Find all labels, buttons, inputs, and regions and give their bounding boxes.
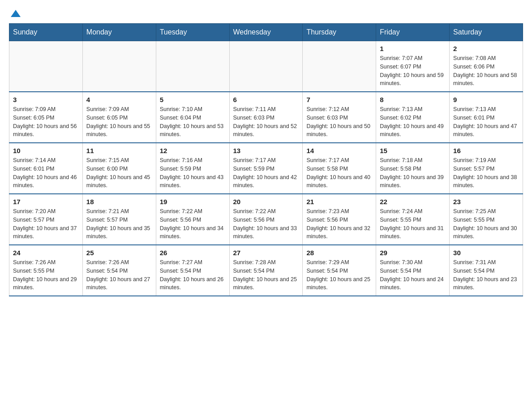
day-number: 20 <box>233 198 299 206</box>
day-number: 21 <box>306 198 372 206</box>
day-info: Sunrise: 7:29 AMSunset: 5:54 PMDaylight:… <box>306 258 372 292</box>
day-info: Sunrise: 7:22 AMSunset: 5:56 PMDaylight:… <box>233 207 299 241</box>
calendar-cell: 21Sunrise: 7:23 AMSunset: 5:56 PMDayligh… <box>303 194 376 245</box>
day-info: Sunrise: 7:25 AMSunset: 5:55 PMDaylight:… <box>453 207 519 241</box>
day-number: 30 <box>453 249 519 257</box>
day-info: Sunrise: 7:17 AMSunset: 5:58 PMDaylight:… <box>306 156 372 190</box>
calendar-cell: 25Sunrise: 7:26 AMSunset: 5:54 PMDayligh… <box>82 245 156 296</box>
day-info: Sunrise: 7:10 AMSunset: 6:04 PMDaylight:… <box>160 105 226 139</box>
day-info: Sunrise: 7:11 AMSunset: 6:03 PMDaylight:… <box>233 105 299 139</box>
day-number: 23 <box>453 198 519 206</box>
day-number: 13 <box>233 147 299 154</box>
day-info: Sunrise: 7:24 AMSunset: 5:55 PMDaylight:… <box>380 207 446 241</box>
day-number: 25 <box>86 249 152 257</box>
day-number: 9 <box>453 96 519 103</box>
calendar-cell: 1Sunrise: 7:07 AMSunset: 6:07 PMDaylight… <box>376 41 450 92</box>
day-info: Sunrise: 7:09 AMSunset: 6:05 PMDaylight:… <box>86 105 152 139</box>
day-info: Sunrise: 7:16 AMSunset: 5:59 PMDaylight:… <box>160 156 226 190</box>
calendar-cell: 15Sunrise: 7:18 AMSunset: 5:58 PMDayligh… <box>376 143 450 194</box>
calendar-cell: 2Sunrise: 7:08 AMSunset: 6:06 PMDaylight… <box>450 41 523 92</box>
weekday-header-monday: Monday <box>82 24 156 41</box>
calendar-cell: 29Sunrise: 7:30 AMSunset: 5:54 PMDayligh… <box>376 245 450 296</box>
calendar-cell <box>303 41 376 92</box>
day-number: 19 <box>160 198 226 206</box>
calendar-cell: 17Sunrise: 7:20 AMSunset: 5:57 PMDayligh… <box>9 194 83 245</box>
calendar-cell: 11Sunrise: 7:15 AMSunset: 6:00 PMDayligh… <box>82 143 156 194</box>
calendar-cell <box>229 41 303 92</box>
day-info: Sunrise: 7:31 AMSunset: 5:54 PMDaylight:… <box>453 258 519 292</box>
calendar-cell: 23Sunrise: 7:25 AMSunset: 5:55 PMDayligh… <box>450 194 523 245</box>
svg-marker-0 <box>11 10 21 17</box>
day-number: 12 <box>160 147 226 154</box>
weekday-header-tuesday: Tuesday <box>156 24 229 41</box>
calendar-cell: 8Sunrise: 7:13 AMSunset: 6:02 PMDaylight… <box>376 92 450 143</box>
logo <box>9 9 21 19</box>
calendar-cell: 13Sunrise: 7:17 AMSunset: 5:59 PMDayligh… <box>229 143 303 194</box>
calendar-cell: 28Sunrise: 7:29 AMSunset: 5:54 PMDayligh… <box>303 245 376 296</box>
day-info: Sunrise: 7:23 AMSunset: 5:56 PMDaylight:… <box>306 207 372 241</box>
calendar-cell: 24Sunrise: 7:26 AMSunset: 5:55 PMDayligh… <box>9 245 83 296</box>
day-info: Sunrise: 7:26 AMSunset: 5:55 PMDaylight:… <box>13 258 79 292</box>
day-number: 15 <box>380 147 446 154</box>
calendar-cell: 19Sunrise: 7:22 AMSunset: 5:56 PMDayligh… <box>156 194 229 245</box>
day-info: Sunrise: 7:17 AMSunset: 5:59 PMDaylight:… <box>233 156 299 190</box>
day-number: 2 <box>453 45 519 52</box>
day-number: 1 <box>380 45 446 52</box>
calendar-cell: 22Sunrise: 7:24 AMSunset: 5:55 PMDayligh… <box>376 194 450 245</box>
calendar-cell: 20Sunrise: 7:22 AMSunset: 5:56 PMDayligh… <box>229 194 303 245</box>
day-number: 24 <box>13 249 79 257</box>
day-number: 7 <box>306 96 372 103</box>
calendar-cell <box>82 41 156 92</box>
day-info: Sunrise: 7:14 AMSunset: 6:01 PMDaylight:… <box>13 156 79 190</box>
calendar-week-row: 1Sunrise: 7:07 AMSunset: 6:07 PMDaylight… <box>9 41 523 92</box>
day-number: 28 <box>306 249 372 257</box>
day-info: Sunrise: 7:13 AMSunset: 6:02 PMDaylight:… <box>380 105 446 139</box>
day-number: 22 <box>380 198 446 206</box>
calendar-cell: 14Sunrise: 7:17 AMSunset: 5:58 PMDayligh… <box>303 143 376 194</box>
day-number: 11 <box>86 147 152 154</box>
page-header <box>9 9 523 19</box>
day-info: Sunrise: 7:30 AMSunset: 5:54 PMDaylight:… <box>380 258 446 292</box>
day-number: 17 <box>13 198 79 206</box>
day-info: Sunrise: 7:22 AMSunset: 5:56 PMDaylight:… <box>160 207 226 241</box>
logo-triangle-icon <box>11 9 21 18</box>
calendar-week-row: 24Sunrise: 7:26 AMSunset: 5:55 PMDayligh… <box>9 245 523 296</box>
calendar-cell: 16Sunrise: 7:19 AMSunset: 5:57 PMDayligh… <box>450 143 523 194</box>
day-info: Sunrise: 7:28 AMSunset: 5:54 PMDaylight:… <box>233 258 299 292</box>
day-info: Sunrise: 7:20 AMSunset: 5:57 PMDaylight:… <box>13 207 79 241</box>
calendar-table: SundayMondayTuesdayWednesdayThursdayFrid… <box>9 23 523 296</box>
day-info: Sunrise: 7:13 AMSunset: 6:01 PMDaylight:… <box>453 105 519 139</box>
weekday-header-wednesday: Wednesday <box>229 24 303 41</box>
calendar-cell: 3Sunrise: 7:09 AMSunset: 6:05 PMDaylight… <box>9 92 83 143</box>
day-info: Sunrise: 7:15 AMSunset: 6:00 PMDaylight:… <box>86 156 152 190</box>
day-number: 4 <box>86 96 152 103</box>
day-number: 27 <box>233 249 299 257</box>
day-info: Sunrise: 7:09 AMSunset: 6:05 PMDaylight:… <box>13 105 79 139</box>
calendar-week-row: 10Sunrise: 7:14 AMSunset: 6:01 PMDayligh… <box>9 143 523 194</box>
day-number: 3 <box>13 96 79 103</box>
day-info: Sunrise: 7:27 AMSunset: 5:54 PMDaylight:… <box>160 258 226 292</box>
weekday-header-thursday: Thursday <box>303 24 376 41</box>
day-number: 8 <box>380 96 446 103</box>
day-info: Sunrise: 7:12 AMSunset: 6:03 PMDaylight:… <box>306 105 372 139</box>
day-number: 29 <box>380 249 446 257</box>
day-info: Sunrise: 7:07 AMSunset: 6:07 PMDaylight:… <box>380 54 446 88</box>
day-number: 14 <box>306 147 372 154</box>
day-number: 5 <box>160 96 226 103</box>
day-number: 10 <box>13 147 79 154</box>
day-number: 26 <box>160 249 226 257</box>
day-number: 6 <box>233 96 299 103</box>
calendar-cell: 30Sunrise: 7:31 AMSunset: 5:54 PMDayligh… <box>450 245 523 296</box>
calendar-week-row: 17Sunrise: 7:20 AMSunset: 5:57 PMDayligh… <box>9 194 523 245</box>
calendar-cell: 7Sunrise: 7:12 AMSunset: 6:03 PMDaylight… <box>303 92 376 143</box>
day-info: Sunrise: 7:18 AMSunset: 5:58 PMDaylight:… <box>380 156 446 190</box>
calendar-week-row: 3Sunrise: 7:09 AMSunset: 6:05 PMDaylight… <box>9 92 523 143</box>
calendar-cell: 10Sunrise: 7:14 AMSunset: 6:01 PMDayligh… <box>9 143 83 194</box>
calendar-cell <box>9 41 83 92</box>
calendar-cell: 5Sunrise: 7:10 AMSunset: 6:04 PMDaylight… <box>156 92 229 143</box>
weekday-header-saturday: Saturday <box>450 24 523 41</box>
calendar-cell: 26Sunrise: 7:27 AMSunset: 5:54 PMDayligh… <box>156 245 229 296</box>
weekday-header-sunday: Sunday <box>9 24 83 41</box>
day-number: 18 <box>86 198 152 206</box>
day-info: Sunrise: 7:21 AMSunset: 5:57 PMDaylight:… <box>86 207 152 241</box>
